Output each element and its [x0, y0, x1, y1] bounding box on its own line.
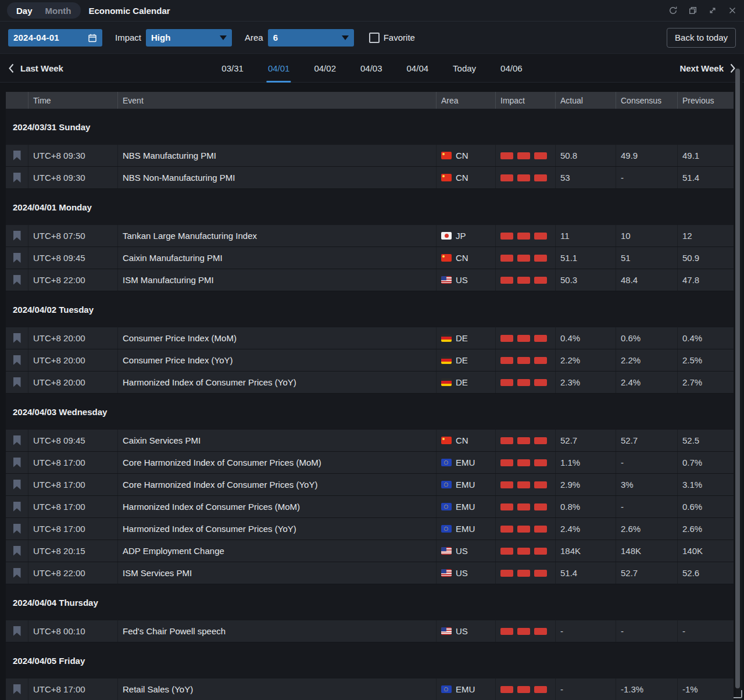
- event-impact: [495, 247, 555, 269]
- event-row[interactable]: UTC+8 17:00Core Harmonized Index of Cons…: [6, 474, 734, 495]
- consensus-value: -1.3%: [616, 678, 677, 700]
- day-month-toggle[interactable]: Day Month: [7, 2, 81, 19]
- date-tab-04-03[interactable]: 04/03: [360, 55, 382, 82]
- event-time: UTC+8 09:45: [28, 247, 117, 269]
- emu-flag-icon: [441, 685, 452, 693]
- consensus-value: -: [616, 620, 677, 642]
- event-row[interactable]: UTC+8 09:45Caixin Manufacturing PMICN51.…: [6, 247, 734, 269]
- event-time: UTC+8 17:00: [28, 678, 117, 700]
- bookmark-icon[interactable]: [13, 333, 21, 343]
- event-row[interactable]: UTC+8 07:50Tankan Large Manufacturing In…: [6, 225, 734, 247]
- bookmark-icon[interactable]: [13, 502, 21, 512]
- area-code: CN: [456, 253, 468, 263]
- impact-bar: [500, 152, 513, 159]
- event-name: Harmonized Index of Consumer Prices (MoM…: [117, 496, 436, 517]
- event-row[interactable]: UTC+8 20:00Harmonized Index of Consumer …: [6, 372, 734, 393]
- date-tab-today[interactable]: Today: [453, 55, 476, 82]
- actual-value: 0.8%: [555, 496, 616, 517]
- event-row[interactable]: UTC+8 09:30NBS Non-Manufacturing PMICN53…: [6, 167, 734, 188]
- date-picker[interactable]: 2024-04-01: [8, 29, 102, 47]
- column-header-area: Area: [436, 92, 495, 109]
- close-icon[interactable]: [727, 6, 737, 16]
- favorite-cell: [6, 167, 28, 188]
- impact-select[interactable]: High: [146, 29, 232, 47]
- back-to-today-button[interactable]: Back to today: [667, 28, 736, 48]
- refresh-icon[interactable]: [668, 6, 678, 16]
- bookmark-icon[interactable]: [13, 253, 21, 263]
- bookmark-icon[interactable]: [13, 684, 21, 694]
- event-row[interactable]: UTC+8 17:00Core Harmonized Index of Cons…: [6, 452, 734, 473]
- event-area: EMU: [436, 496, 495, 517]
- de-flag-icon: [441, 356, 452, 364]
- area-select[interactable]: 6: [268, 29, 354, 47]
- actual-value: 0.4%: [555, 327, 616, 349]
- impact-bars: [500, 335, 547, 342]
- date-tab-04-04[interactable]: 04/04: [407, 55, 429, 82]
- restore-icon[interactable]: [688, 6, 698, 16]
- toggle-day[interactable]: Day: [10, 4, 38, 17]
- bookmark-icon[interactable]: [13, 151, 21, 160]
- event-row[interactable]: UTC+8 00:10Fed's Chair Powell speechUS--…: [6, 620, 734, 642]
- event-area: US: [436, 540, 495, 562]
- bookmark-icon[interactable]: [13, 355, 21, 365]
- bookmark-icon[interactable]: [13, 626, 21, 636]
- impact-bar: [534, 628, 547, 635]
- event-time: UTC+8 17:00: [28, 496, 117, 517]
- date-tab-03-31[interactable]: 03/31: [221, 55, 244, 82]
- event-row[interactable]: UTC+8 17:00Harmonized Index of Consumer …: [6, 496, 734, 517]
- calendar-icon: [88, 33, 97, 42]
- toggle-month[interactable]: Month: [40, 4, 77, 17]
- bookmark-icon[interactable]: [13, 480, 21, 490]
- expand-icon[interactable]: [707, 6, 717, 16]
- event-name: NBS Manufacturing PMI: [117, 145, 436, 166]
- event-row[interactable]: UTC+8 17:00Retail Sales (YoY)EMU--1.3%-1…: [6, 678, 734, 700]
- event-impact: [495, 430, 555, 451]
- next-week-button[interactable]: Next Week: [679, 63, 736, 73]
- event-row[interactable]: UTC+8 20:00Consumer Price Index (MoM)DE0…: [6, 327, 734, 349]
- favorite-checkbox[interactable]: [369, 33, 380, 43]
- area-label: Area: [245, 33, 263, 42]
- consensus-value: 51: [616, 247, 677, 269]
- event-row[interactable]: UTC+8 22:00ISM Manufacturing PMIUS50.348…: [6, 269, 734, 291]
- column-header-time: Time: [28, 92, 117, 109]
- bookmark-icon[interactable]: [13, 458, 21, 467]
- bookmark-icon[interactable]: [13, 546, 21, 556]
- cn-flag-icon: [441, 152, 452, 159]
- date-tab-04-01[interactable]: 04/01: [268, 55, 290, 82]
- jp-flag-icon: [441, 232, 452, 240]
- impact-bar: [517, 335, 530, 342]
- impact-bar: [517, 437, 530, 444]
- bookmark-icon[interactable]: [13, 377, 21, 387]
- bookmark-icon[interactable]: [13, 435, 21, 445]
- impact-bar: [500, 174, 513, 181]
- last-week-button[interactable]: Last Week: [8, 63, 63, 73]
- bookmark-icon[interactable]: [13, 524, 21, 534]
- chevron-down-icon: [342, 35, 349, 40]
- bookmark-icon[interactable]: [13, 275, 21, 285]
- area-code: EMU: [456, 480, 475, 490]
- favorite-cell: [6, 269, 28, 291]
- bookmark-icon[interactable]: [13, 231, 21, 241]
- bookmark-icon[interactable]: [13, 568, 21, 578]
- favorite-cell: [6, 430, 28, 451]
- vertical-scrollbar-thumb[interactable]: [735, 69, 740, 688]
- event-row[interactable]: UTC+8 20:15ADP Employment ChangeUS184K14…: [6, 540, 734, 562]
- event-time: UTC+8 20:15: [28, 540, 117, 562]
- date-tab-04-06[interactable]: 04/06: [500, 55, 523, 82]
- impact-bar: [517, 628, 530, 635]
- event-row[interactable]: UTC+8 22:00ISM Services PMIUS51.452.752.…: [6, 562, 734, 584]
- bookmark-icon[interactable]: [13, 173, 21, 183]
- event-row[interactable]: UTC+8 20:00Consumer Price Index (YoY)DE2…: [6, 349, 734, 371]
- date-tabs: 03/3104/0104/0204/0304/04Today04/06: [221, 55, 522, 82]
- event-row[interactable]: UTC+8 09:30NBS Manufacturing PMICN50.849…: [6, 145, 734, 166]
- impact-bar: [534, 686, 547, 693]
- date-tab-04-02[interactable]: 04/02: [314, 55, 336, 82]
- event-row[interactable]: UTC+8 09:45Caixin Services PMICN52.752.7…: [6, 430, 734, 451]
- event-row[interactable]: UTC+8 17:00Harmonized Index of Consumer …: [6, 518, 734, 540]
- consensus-value: 2.4%: [616, 372, 677, 393]
- event-time: UTC+8 09:30: [28, 145, 117, 166]
- impact-bar: [517, 481, 530, 488]
- scrollbar-resize-corner[interactable]: [734, 690, 742, 698]
- us-flag-icon: [441, 276, 452, 284]
- previous-value: 50.9: [677, 247, 734, 269]
